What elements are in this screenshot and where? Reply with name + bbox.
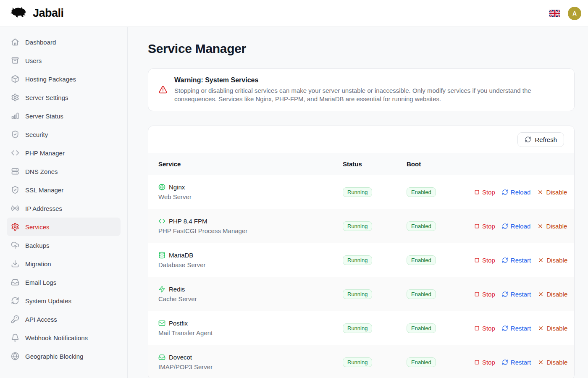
- stop-mariadb-button[interactable]: Stop: [474, 257, 495, 264]
- download-icon: [11, 260, 19, 268]
- status-badge: Running: [343, 221, 372, 231]
- status-badge: Running: [343, 187, 372, 197]
- restart-postfix-button[interactable]: Restart: [502, 325, 531, 332]
- row-actions: StopReloadDisable: [474, 223, 567, 230]
- stop-nginx-button[interactable]: Stop: [474, 189, 495, 196]
- service-description: Mail Transfer Agent: [158, 329, 343, 336]
- database-icon: [158, 252, 165, 259]
- sidebar-item-label: Email Logs: [25, 279, 56, 286]
- settings-icon: [11, 223, 19, 231]
- restart-dovecot-button[interactable]: Restart: [502, 359, 531, 366]
- shield-check-icon: [11, 186, 19, 194]
- sidebar-item-migration[interactable]: Migration: [7, 255, 121, 273]
- sidebar-item-label: API Access: [25, 316, 57, 323]
- disable-redis-button[interactable]: Disable: [538, 291, 567, 298]
- shield-check-icon: [11, 130, 19, 139]
- sidebar-item-label: DNS Zones: [25, 168, 58, 175]
- sidebar-item-ssl-manager[interactable]: SSL Manager: [7, 181, 121, 199]
- table-row-php-8-4-fpm: PHP 8.4 FPM PHP FastCGI Process Manager …: [148, 209, 574, 243]
- sidebar-item-php-manager[interactable]: PHP Manager: [7, 144, 121, 162]
- status-badge: Running: [343, 289, 372, 299]
- sidebar-item-dashboard[interactable]: Dashboard: [7, 33, 121, 51]
- disable-nginx-button[interactable]: Disable: [537, 189, 567, 196]
- disable-mariadb-button[interactable]: Disable: [538, 257, 567, 264]
- sidebar-item-system-updates[interactable]: System Updates: [7, 291, 121, 310]
- disable-postfix-button[interactable]: Disable: [538, 325, 567, 332]
- radio-icon: [11, 204, 19, 213]
- sidebar-item-users[interactable]: Users: [7, 51, 121, 70]
- boar-logo-icon: [10, 7, 29, 20]
- sidebar-item-dns-zones[interactable]: DNS Zones: [7, 162, 121, 181]
- stop-postfix-button[interactable]: Stop: [474, 325, 495, 332]
- sidebar-item-label: Server Status: [25, 113, 63, 120]
- page-title: Service Manager: [148, 42, 575, 56]
- refresh-button[interactable]: Refresh: [517, 132, 564, 147]
- bar-chart-icon: [11, 112, 19, 120]
- sidebar-item-label: Migration: [25, 260, 51, 268]
- boot-badge: Enabled: [407, 357, 436, 367]
- sidebar-item-label: Security: [25, 131, 48, 138]
- sidebar-item-label: Webhook Notifications: [25, 334, 88, 341]
- stop-php-8-4-fpm-button[interactable]: Stop: [474, 223, 495, 230]
- sidebar-item-geographic-blocking[interactable]: Geographic Blocking: [7, 347, 121, 365]
- restart-redis-button[interactable]: Restart: [502, 291, 531, 298]
- sidebar-item-label: Users: [25, 57, 42, 64]
- service-name: MariaDB: [169, 252, 193, 259]
- table-row-dovecot: Dovecot IMAP/POP3 Server Running Enabled…: [148, 345, 574, 378]
- sidebar-item-webhook-notifications[interactable]: Webhook Notifications: [7, 328, 121, 347]
- top-header: Jabali A: [0, 0, 588, 27]
- reload-nginx-button[interactable]: Reload: [502, 189, 531, 196]
- sidebar-item-label: Services: [25, 223, 50, 231]
- service-name: Dovecot: [169, 354, 192, 361]
- stop-dovecot-button[interactable]: Stop: [474, 359, 495, 366]
- refresh-icon: [502, 291, 508, 297]
- service-description: PHP FastCGI Process Manager: [158, 227, 343, 234]
- x-icon: [538, 359, 544, 365]
- reload-php-8-4-fpm-button[interactable]: Reload: [502, 223, 531, 230]
- table-header: Service Status Boot: [148, 153, 574, 175]
- status-badge: Running: [343, 323, 372, 333]
- brand-title: Jabali: [33, 7, 64, 20]
- sidebar-item-api-access[interactable]: API Access: [7, 310, 121, 328]
- restart-mariadb-button[interactable]: Restart: [502, 257, 531, 264]
- sidebar-item-label: PHP Manager: [25, 150, 65, 157]
- x-icon: [538, 257, 544, 263]
- row-actions: StopRestartDisable: [474, 257, 567, 264]
- globe-icon: [11, 352, 19, 360]
- service-description: Web Server: [158, 193, 343, 200]
- sidebar-item-ip-addresses[interactable]: IP Addresses: [7, 199, 121, 218]
- key-icon: [11, 315, 19, 323]
- header-actions: A: [549, 7, 581, 20]
- column-header-service: Service: [158, 160, 343, 168]
- warning-banner: Warning: System Services Stopping or dis…: [148, 68, 575, 111]
- square-stop-icon: [474, 257, 480, 263]
- disable-php-8-4-fpm-button[interactable]: Disable: [537, 223, 567, 230]
- uk-flag-icon[interactable]: [549, 10, 560, 17]
- sidebar-item-email-logs[interactable]: Email Logs: [7, 273, 121, 291]
- sidebar-item-security[interactable]: Security: [7, 125, 121, 144]
- table-body: Nginx Web Server Running Enabled StopRel…: [148, 175, 574, 378]
- sidebar-item-label: System Updates: [25, 297, 71, 304]
- square-stop-icon: [474, 189, 480, 195]
- mail-icon: [158, 320, 165, 327]
- service-name: Redis: [169, 286, 185, 293]
- avatar[interactable]: A: [568, 7, 581, 20]
- square-stop-icon: [474, 360, 480, 365]
- disable-dovecot-button[interactable]: Disable: [538, 359, 567, 366]
- x-icon: [537, 189, 543, 195]
- sidebar-item-services[interactable]: Services: [7, 218, 121, 236]
- x-icon: [537, 223, 543, 229]
- archive-icon: [11, 56, 19, 65]
- sidebar-item-hosting-packages[interactable]: Hosting Packages: [7, 70, 121, 88]
- boot-badge: Enabled: [407, 221, 436, 231]
- services-card: Refresh Service Status Boot Nginx Web Se…: [148, 126, 575, 378]
- brand: Jabali: [10, 7, 64, 20]
- sidebar-item-server-status[interactable]: Server Status: [7, 107, 121, 125]
- sidebar-item-server-settings[interactable]: Server Settings: [7, 88, 121, 107]
- card-toolbar: Refresh: [148, 126, 574, 153]
- sidebar-item-backups[interactable]: Backups: [7, 236, 121, 255]
- alert-triangle-icon: [158, 85, 168, 94]
- stop-redis-button[interactable]: Stop: [474, 291, 495, 298]
- inbox-icon: [11, 278, 19, 286]
- refresh-icon: [11, 297, 19, 305]
